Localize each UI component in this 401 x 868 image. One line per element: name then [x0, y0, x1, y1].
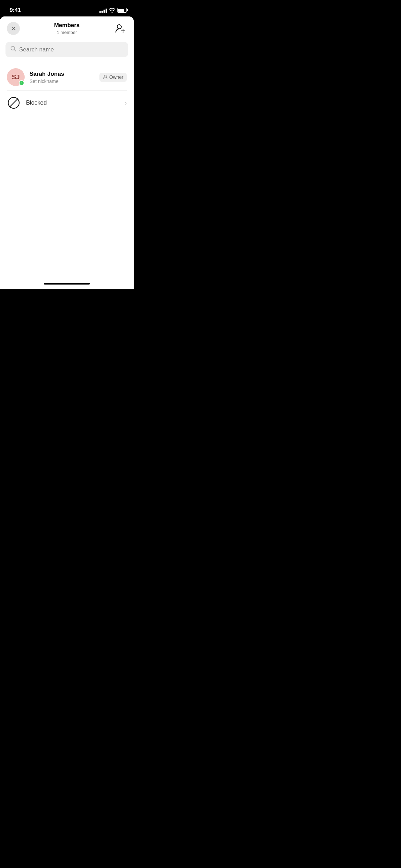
status-time: 9:41 — [10, 7, 21, 14]
online-indicator — [19, 80, 24, 86]
blocked-label: Blocked — [26, 99, 119, 106]
status-icons — [99, 8, 127, 13]
svg-point-0 — [117, 25, 121, 29]
member-name: Sarah Jonas — [29, 71, 95, 77]
close-button[interactable]: ✕ — [7, 22, 20, 35]
svg-line-7 — [10, 99, 18, 107]
close-icon: ✕ — [11, 25, 16, 32]
owner-badge: Owner — [99, 73, 127, 82]
avatar-wrap: SJ — [7, 68, 25, 86]
page-title: Members — [20, 22, 114, 29]
home-bar — [44, 283, 90, 285]
chevron-right-icon: › — [125, 99, 127, 107]
home-indicator — [0, 278, 134, 289]
status-bar: 9:41 — [0, 0, 134, 16]
nav-header: ✕ Members 1 member — [0, 16, 134, 39]
search-bar — [5, 42, 128, 57]
add-member-button[interactable] — [114, 22, 127, 35]
wifi-icon — [109, 8, 115, 13]
battery-icon — [117, 8, 127, 13]
member-count: 1 member — [20, 30, 114, 35]
search-icon — [10, 46, 16, 53]
member-nickname: Set nickname — [29, 79, 95, 84]
blocked-icon — [7, 96, 21, 110]
member-info: Sarah Jonas Set nickname — [29, 71, 95, 84]
nav-title-block: Members 1 member — [20, 22, 114, 35]
owner-icon — [103, 74, 108, 80]
members-sheet: ✕ Members 1 member — [0, 16, 134, 278]
svg-line-4 — [14, 50, 16, 51]
member-list: SJ Sarah Jonas Set nickname Owner — [0, 63, 134, 278]
search-input[interactable] — [19, 46, 123, 53]
blocked-row[interactable]: Blocked › — [0, 91, 134, 115]
member-item[interactable]: SJ Sarah Jonas Set nickname Owner — [0, 64, 134, 90]
search-bar-container — [0, 39, 134, 63]
signal-icon — [99, 8, 107, 13]
owner-label: Owner — [109, 74, 123, 80]
